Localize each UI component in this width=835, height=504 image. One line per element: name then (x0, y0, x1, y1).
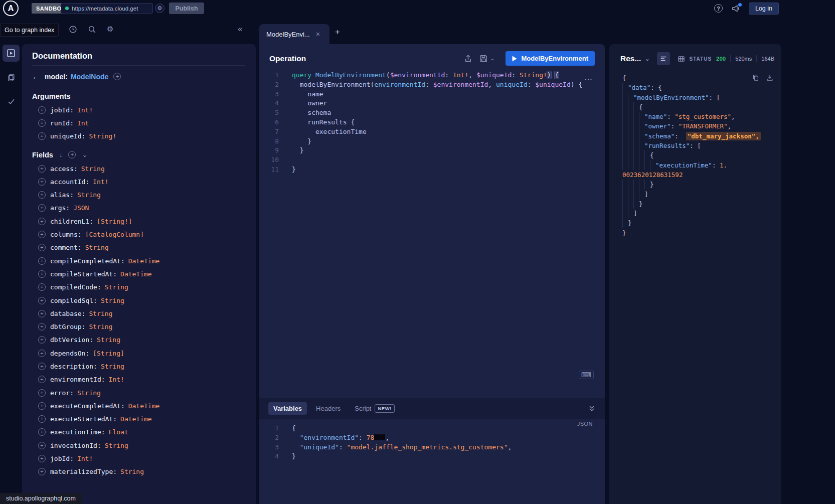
history-icon[interactable] (69, 25, 77, 34)
add-to-query-button[interactable]: + (38, 350, 46, 357)
add-to-query-button[interactable]: + (38, 336, 46, 344)
field-type-link[interactable]: String (85, 244, 109, 251)
apollo-logo[interactable]: A (3, 1, 19, 16)
field-type-link[interactable]: Int (77, 119, 89, 127)
doc-field-row[interactable]: +dependsOn:[String] (32, 347, 245, 360)
doc-field-row[interactable]: +executeStartedAt:DateTime (32, 413, 245, 426)
download-response-icon[interactable] (766, 74, 773, 81)
fields-chevron-icon[interactable]: ⌄ (82, 151, 87, 158)
doc-field-row[interactable]: +comment:String (32, 241, 245, 254)
add-to-query-button[interactable]: + (38, 455, 46, 462)
operation-editor[interactable]: 1query ModelByEnvironment($environmentId… (259, 71, 605, 175)
variables-editor[interactable]: JSON 1{2 "environmentId": 78,3 "uniqueId… (259, 419, 605, 504)
field-type-link[interactable]: String! (89, 132, 116, 140)
doc-field-row[interactable]: +environmentId:Int! (32, 373, 245, 386)
field-type-link[interactable]: String (97, 336, 120, 344)
settings-icon[interactable]: ⚙ (107, 25, 113, 34)
field-type-link[interactable]: String (89, 310, 112, 317)
field-type-link[interactable]: String (77, 191, 101, 199)
field-type-link[interactable]: DateTime (128, 257, 160, 265)
sort-fields-icon[interactable]: ↓ (59, 151, 63, 158)
explorer-nav-icon[interactable] (3, 45, 20, 62)
collapse-docs-button[interactable]: « (238, 24, 242, 34)
doc-field-row[interactable]: +compiledCode:String (32, 281, 245, 294)
doc-field-row[interactable]: +executeCompletedAt:DateTime (32, 399, 245, 412)
field-type-link[interactable]: String (105, 283, 128, 291)
operation-tab[interactable]: ModelByEnvi... × (259, 24, 329, 44)
field-type-link[interactable]: Int! (93, 178, 108, 186)
field-type-link[interactable]: String (77, 389, 101, 397)
schema-nav-icon[interactable] (3, 69, 20, 86)
announcements-icon[interactable] (731, 4, 740, 13)
add-to-query-button[interactable]: + (38, 428, 46, 436)
add-type-button[interactable]: + (113, 73, 121, 80)
field-type-link[interactable]: [CatalogColumn] (85, 231, 144, 238)
close-tab-icon[interactable]: × (316, 30, 320, 38)
doc-field-row[interactable]: +dbtGroup:String (32, 320, 245, 333)
table-view-icon[interactable] (675, 52, 688, 65)
overflow-menu-icon[interactable]: ⋯ (584, 74, 593, 84)
share-operation-icon[interactable] (464, 54, 472, 63)
field-type-link[interactable]: Int! (77, 106, 93, 114)
field-type-link[interactable]: String (120, 468, 144, 475)
keyboard-shortcuts-icon[interactable]: ⌨ (579, 371, 594, 379)
add-to-query-button[interactable]: + (38, 132, 46, 140)
doc-field-row[interactable]: +invocationId:String (32, 439, 245, 452)
new-tab-button[interactable]: + (335, 27, 340, 37)
field-type-link[interactable]: DateTime (128, 402, 160, 410)
search-icon[interactable] (88, 25, 96, 34)
raw-view-icon[interactable] (657, 52, 670, 65)
doc-field-row[interactable]: +compileStartedAt:DateTime (32, 267, 245, 280)
field-type-link[interactable]: DateTime (120, 270, 152, 278)
field-type-link[interactable]: Float (109, 428, 128, 436)
help-icon[interactable]: ? (714, 4, 723, 13)
field-type-link[interactable]: Int! (77, 455, 93, 462)
field-type-link[interactable]: String (105, 442, 128, 449)
add-all-fields-button[interactable]: + (68, 151, 76, 158)
field-type-link[interactable]: String (101, 363, 124, 370)
doc-field-row[interactable]: +args:JSON (32, 202, 245, 215)
add-to-query-button[interactable]: + (38, 244, 46, 251)
field-type-link[interactable]: String (81, 165, 105, 173)
add-to-query-button[interactable]: + (38, 442, 46, 449)
doc-field-row[interactable]: +dbtVersion:String (32, 333, 245, 347)
back-button[interactable]: ← (32, 72, 40, 81)
add-to-query-button[interactable]: + (38, 270, 46, 278)
field-type-link[interactable]: Int! (109, 376, 124, 383)
field-type-link[interactable]: DateTime (120, 415, 152, 423)
add-to-query-button[interactable]: + (38, 468, 46, 475)
add-to-query-button[interactable]: + (38, 165, 46, 173)
save-chevron-icon[interactable]: ⌄ (490, 55, 494, 62)
doc-field-row[interactable]: +runId:Int (32, 116, 245, 129)
doc-field-row[interactable]: +description:String (32, 360, 245, 373)
add-to-query-button[interactable]: + (38, 119, 46, 127)
run-operation-button[interactable]: ModelByEnvironment (506, 51, 595, 66)
add-to-query-button[interactable]: + (38, 191, 46, 199)
add-to-query-button[interactable]: + (38, 231, 46, 238)
field-type-link[interactable]: String (89, 323, 112, 330)
add-to-query-button[interactable]: + (38, 389, 46, 397)
checklist-nav-icon[interactable] (3, 93, 20, 110)
doc-field-row[interactable]: +executionTime:Float (32, 426, 245, 439)
response-dropdown[interactable]: Res... ⌄ (620, 54, 650, 63)
doc-field-row[interactable]: +jobId:Int! (32, 103, 245, 116)
field-type-link[interactable]: String (101, 297, 124, 304)
save-icon[interactable] (479, 54, 488, 63)
field-type-link[interactable]: [String!] (97, 218, 132, 225)
add-to-query-button[interactable]: + (38, 310, 46, 317)
add-to-query-button[interactable]: + (38, 402, 46, 410)
doc-field-row[interactable]: +accountId:Int! (32, 175, 245, 188)
doc-field-row[interactable]: +error:String (32, 386, 245, 399)
add-to-query-button[interactable]: + (38, 106, 46, 114)
collapse-variables-icon[interactable] (588, 405, 596, 413)
doc-field-row[interactable]: +uniqueId:String! (32, 130, 245, 143)
tab-script[interactable]: ScriptNEW! (350, 402, 400, 415)
login-button[interactable]: Log in (749, 3, 779, 15)
endpoint-url-input[interactable]: https://metadata.cloud.get (61, 3, 153, 14)
add-to-query-button[interactable]: + (38, 218, 46, 225)
publish-button[interactable]: Publish (169, 3, 204, 14)
field-type-link[interactable]: JSON (73, 204, 89, 212)
doc-field-row[interactable]: +columns:[CatalogColumn] (32, 228, 245, 241)
tab-variables[interactable]: Variables (268, 402, 307, 415)
add-to-query-button[interactable]: + (38, 323, 46, 330)
